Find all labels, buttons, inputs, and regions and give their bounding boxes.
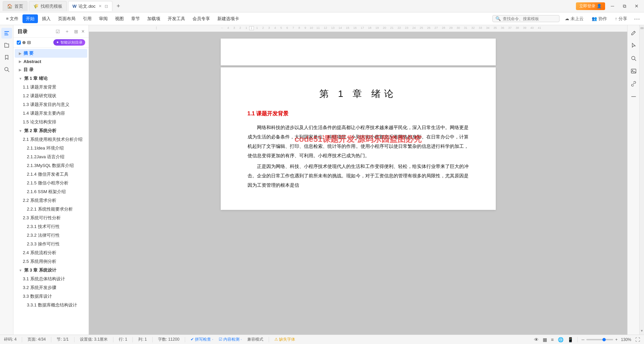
- zoom-in-btn[interactable]: +: [615, 337, 618, 342]
- right-more-btn[interactable]: [629, 92, 639, 102]
- toc-item-s1.5[interactable]: 1.5 论文结构安排: [15, 118, 87, 126]
- bookmark-btn[interactable]: [1, 52, 12, 63]
- toc-item-s1.2[interactable]: 1.2 课题研究现状: [15, 92, 87, 100]
- right-cursor-btn[interactable]: [629, 41, 639, 51]
- fullscreen-btn[interactable]: ⛶: [635, 337, 640, 342]
- collab-btn[interactable]: 👥 协作: [589, 14, 610, 23]
- status-col: 列: 1: [138, 337, 147, 342]
- status-font: ⚠ 缺失字体: [274, 337, 295, 342]
- toc-item-s2.1[interactable]: 2.1 系统使用相关技术分析介绍: [15, 135, 87, 144]
- view-mobile-btn[interactable]: 📱: [568, 337, 573, 342]
- toc-item-s2.2[interactable]: 2.2 系统需求分析: [15, 196, 87, 205]
- status-content[interactable]: ☑ 内容检测 ·: [219, 337, 242, 342]
- toc-item-s3.3.1[interactable]: 3.3.1 数据库概念结构设计: [15, 301, 87, 309]
- svg-rect-1: [4, 33, 8, 34]
- file-tree-btn[interactable]: [1, 40, 12, 51]
- view-web-btn[interactable]: 🌐: [558, 337, 564, 342]
- toc-item-s2.3[interactable]: 2.3 系统可行性分析: [15, 214, 87, 222]
- toc-close-btn[interactable]: ×: [82, 28, 85, 35]
- toc-expand-btn[interactable]: ⊞: [73, 28, 79, 35]
- menu-vip[interactable]: 会员专享: [189, 14, 213, 23]
- share-label: 分享: [619, 16, 627, 22]
- ai-recognize-btn[interactable]: ✦ 智能识别目录: [53, 39, 85, 46]
- toc-item-toc[interactable]: ▶目 录: [15, 65, 87, 74]
- right-edit-btn[interactable]: [629, 28, 639, 38]
- restore-btn[interactable]: ⧉: [620, 1, 629, 11]
- menu-start[interactable]: 开始: [22, 14, 38, 23]
- status-sep-1: [22, 337, 22, 342]
- tab-close-btn[interactable]: ✕: [98, 4, 103, 9]
- more-btn[interactable]: ⋯: [633, 15, 641, 22]
- toc-item-s3.1[interactable]: 3.1 系统总体结构设计: [15, 275, 87, 283]
- doc-scroll-wrapper[interactable]: code51课题开发-源码乐园盗图必究 第 1 章 绪论 1.1 课题开发背景 …: [89, 32, 627, 335]
- right-find-btn[interactable]: [629, 53, 639, 63]
- toc-toolbar: ⊕ ⊟ ✦ 智能识别目录: [13, 38, 89, 48]
- toc-item-s2.5[interactable]: 2.5 系统用例分析: [15, 257, 87, 266]
- zoom-out-btn[interactable]: ─: [582, 337, 585, 342]
- menu-newtab[interactable]: 新建选项卡: [214, 14, 243, 23]
- toc-checkbox-btn[interactable]: ☑: [54, 28, 61, 35]
- tab-doc[interactable]: W 论文.doc ✕ ⊡: [68, 1, 112, 11]
- toc-item-s1.3[interactable]: 1.3 课题开发目的与意义: [15, 100, 87, 109]
- search-input[interactable]: [503, 16, 553, 21]
- toc-item-ch2[interactable]: ▼第 2 章 系统分析: [15, 126, 87, 135]
- toc-item-s3.2[interactable]: 3.2 系统开发步骤: [15, 283, 87, 292]
- scroll-thumb[interactable]: [640, 27, 644, 29]
- menu-view[interactable]: 视图: [112, 14, 127, 23]
- toc-item-s2.1.4[interactable]: 2.1.4 微信开发者工具: [15, 170, 87, 179]
- status-sep-6: [152, 337, 153, 342]
- toc-item-s2.1.2[interactable]: 2.1.2Java 语言介绍: [15, 153, 87, 161]
- toc-item-s2.1.1[interactable]: 2.1.1Idea 环境介绍: [15, 144, 87, 153]
- upgrade-btn[interactable]: 立即登录 👤: [576, 2, 605, 10]
- ruler-negative: ←: [158, 26, 225, 30]
- view-outline-btn[interactable]: ≡: [551, 337, 554, 342]
- menu-file[interactable]: ≡ 文件: [3, 14, 22, 23]
- menu-ref[interactable]: 引用: [79, 14, 95, 23]
- status-spell[interactable]: ✔ 拼写检查 ·: [191, 337, 213, 342]
- tab-template[interactable]: 🌾 找稻壳模板: [29, 1, 67, 11]
- toc-item-s2.3.2[interactable]: 2.3.2 法律可行性: [15, 231, 87, 240]
- right-link-btn[interactable]: [629, 79, 639, 89]
- toc-toggle-btn[interactable]: [1, 28, 12, 39]
- search-toolbar[interactable]: 🔍: [492, 15, 559, 22]
- toc-check2[interactable]: ⊕: [22, 40, 26, 45]
- check-input[interactable]: [17, 41, 21, 45]
- toc-item-s2.1.3[interactable]: 2.1.3MySQL 数据库介绍: [15, 161, 87, 170]
- menu-review[interactable]: 审阅: [96, 14, 111, 23]
- minimize-btn[interactable]: ─: [608, 1, 617, 11]
- menu-chapter[interactable]: 章节: [128, 14, 143, 23]
- toc-item-s1.4[interactable]: 1.4 课题开发主要内容: [15, 109, 87, 118]
- menu-dev[interactable]: 开发工具: [164, 14, 189, 23]
- toc-item-abstract-en[interactable]: ▶Abstract: [15, 58, 87, 65]
- toc-item-s2.2.1[interactable]: 2.2.1 系统性能要求分析: [15, 205, 87, 214]
- toc-item-s2.4[interactable]: 2.4 系统流程分析: [15, 248, 87, 257]
- share-btn[interactable]: ↑ 分享: [612, 14, 630, 23]
- tab-restore-icon[interactable]: ⊡: [105, 4, 108, 9]
- toc-item-s1.1[interactable]: 1.1 课题开发背景: [15, 83, 87, 92]
- toc-item-s2.3.3[interactable]: 2.3.3 操作可行性: [15, 240, 87, 248]
- menu-insert[interactable]: 插入: [39, 14, 54, 23]
- toc-item-ch3[interactable]: ▼第 3 章 系统设计: [15, 266, 87, 275]
- menu-layout[interactable]: 页面布局: [55, 14, 79, 23]
- search-left-btn[interactable]: [1, 64, 12, 75]
- toc-item-s3.3[interactable]: 3.3 数据库设计: [15, 292, 87, 301]
- toc-check-item[interactable]: [17, 40, 21, 45]
- toc-item-abstract-cn[interactable]: ▶摘 要: [15, 49, 87, 58]
- toc-item-s2.3.1[interactable]: 2.3.1 技术可行性: [15, 222, 87, 231]
- toc-item-s2.1.5[interactable]: 2.1.5 微信小程序分析: [15, 179, 87, 187]
- zoom-slider[interactable]: [586, 339, 613, 340]
- chevron-icon: ▼: [19, 269, 22, 272]
- toc-check3[interactable]: ⊟: [27, 40, 31, 45]
- tab-home[interactable]: 🏠 首页: [3, 1, 28, 11]
- menu-addpkg[interactable]: 加载项: [144, 14, 164, 23]
- right-image-btn[interactable]: [629, 66, 639, 76]
- toc-item-ch1[interactable]: ▼第 1 章 绪论: [15, 74, 87, 83]
- cloud-btn[interactable]: ☁ 未上云: [562, 14, 586, 23]
- view-layout-btn[interactable]: ▦: [543, 337, 547, 342]
- add-tab-btn[interactable]: +: [114, 1, 123, 11]
- toc-add-btn[interactable]: ＋: [63, 28, 71, 35]
- view-read-btn[interactable]: 👁: [534, 337, 539, 342]
- scroll-down-btn[interactable]: ▼: [640, 329, 644, 333]
- close-btn[interactable]: ✕: [632, 1, 641, 11]
- toc-item-s2.1.6[interactable]: 2.1.6 SSM 框架介绍: [15, 187, 87, 196]
